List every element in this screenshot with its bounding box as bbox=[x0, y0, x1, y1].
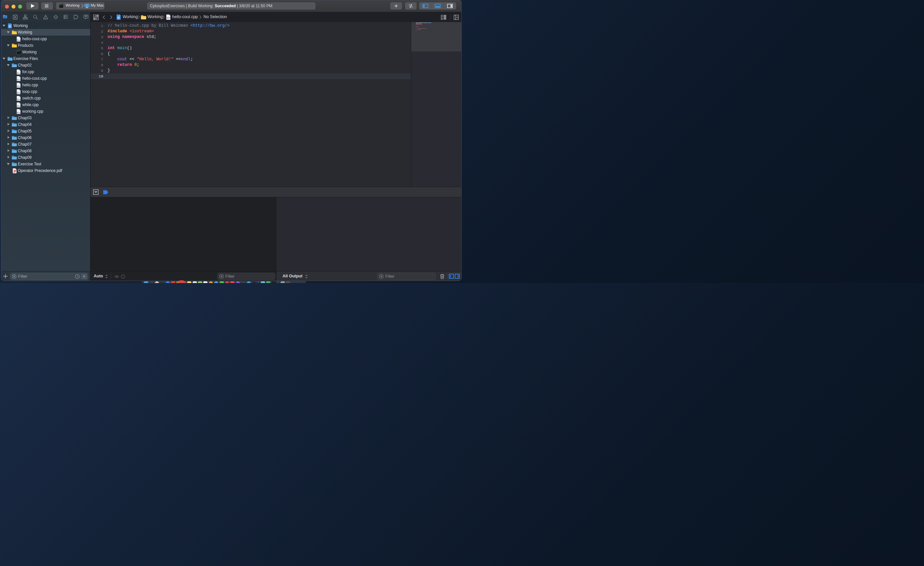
svg-text:C++: C++ bbox=[166, 17, 171, 19]
